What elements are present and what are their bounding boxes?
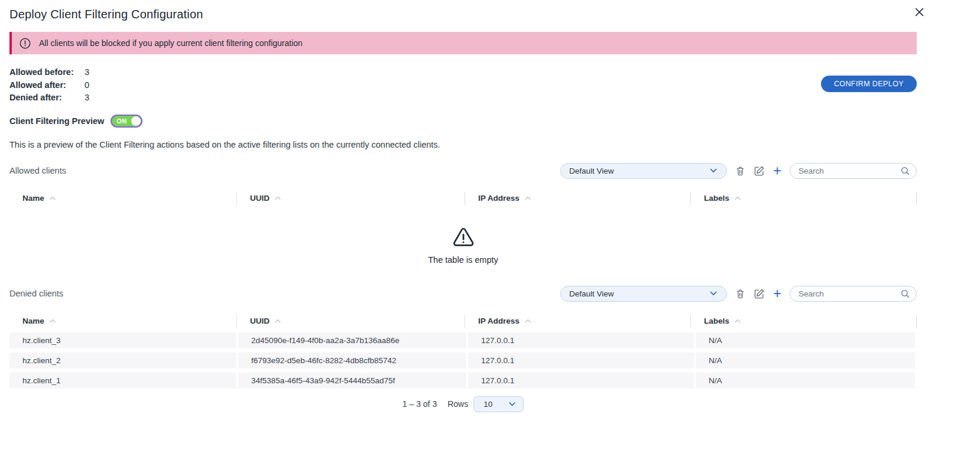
allowed-search-input[interactable] [799,167,900,175]
toggle-on-text: ON [116,118,126,125]
allowed-clients-toolbar: Default View + [560,163,917,179]
allowed-column-uuid[interactable]: UUID [236,192,465,205]
edit-icon [754,165,765,177]
warning-circle-icon [19,37,31,50]
cell-name: hz.client_1 [9,373,236,389]
cell-labels: N/A [696,373,915,389]
allowed-column-ip[interactable]: IP Address [465,192,690,205]
cell-uuid: f6793e92-d5eb-46fc-8282-4db8cfb85742 [238,353,466,369]
trash-icon [735,165,745,177]
allowed-view-select[interactable]: Default View [560,163,727,179]
cell-uuid: 2d45090e-f149-4f0b-aa2a-3a7b136aa86e [238,332,466,348]
allowed-table-header: Name UUID IP Address Labels [9,192,917,205]
plus-icon: + [773,287,781,300]
chevron-down-icon [508,400,517,409]
page-title: Deploy Client Filtering Configuration [9,8,917,21]
sort-asc-icon [734,318,741,324]
denied-clients-title: Denied clients [9,289,63,298]
cell-ip: 127.0.0.1 [468,373,694,389]
chevron-down-icon [709,166,718,175]
allowed-column-labels[interactable]: Labels [690,192,917,205]
close-icon[interactable] [913,6,926,20]
edit-icon [754,288,765,299]
add-view-button[interactable]: + [773,164,781,177]
table-row: hz.client_2 f6793e92-d5eb-46fc-8282-4db8… [9,353,917,369]
delete-view-button[interactable] [735,288,745,299]
preview-description: This is a preview of the Client Filterin… [9,140,917,149]
chevron-down-icon [709,289,718,298]
deploy-stats: Allowed before: 3 Allowed after: 0 Denie… [9,66,89,105]
allowed-empty-state: The table is empty [9,212,917,278]
rows-per-page-select[interactable]: 10 [473,396,524,412]
sort-asc-icon [274,318,281,324]
denied-table-body: hz.client_3 2d45090e-f149-4f0b-aa2a-3a7b… [9,332,917,389]
denied-column-ip[interactable]: IP Address [465,315,690,328]
cell-uuid: 34f5385a-46f5-43a9-942f-5444b55ad75f [238,373,466,389]
close-x-glyph [914,7,924,17]
warning-triangle-icon [450,226,476,249]
warning-banner: All clients will be blocked if you apply… [9,32,917,54]
stat-allowed-after: Allowed after: 0 [9,79,89,92]
delete-view-button[interactable] [735,165,745,177]
pagination-range: 1 – 3 of 3 [403,399,437,409]
allowed-column-name[interactable]: Name [9,192,236,205]
cell-ip: 127.0.0.1 [468,332,694,348]
table-row: hz.client_1 34f5385a-46f5-43a9-942f-5444… [9,373,917,389]
toggle-knob [131,116,141,126]
empty-table-text: The table is empty [428,255,498,265]
sort-asc-icon [49,195,56,201]
edit-view-button[interactable] [754,165,765,177]
rows-label: Rows [447,399,468,409]
allowed-search-box [790,163,917,179]
client-filtering-preview-toggle[interactable]: ON [111,115,142,128]
sort-asc-icon [734,195,741,201]
search-icon [900,289,910,299]
pagination: 1 – 3 of 3 Rows 10 [9,396,917,412]
table-row: hz.client_3 2d45090e-f149-4f0b-aa2a-3a7b… [9,332,917,348]
add-view-button[interactable]: + [773,287,781,300]
sort-asc-icon [49,318,56,324]
warning-banner-text: All clients will be blocked if you apply… [39,38,303,48]
sort-asc-icon [524,195,531,201]
denied-table-header: Name UUID IP Address Labels [9,315,917,328]
search-icon [900,166,910,176]
edit-view-button[interactable] [754,288,765,299]
denied-view-select[interactable]: Default View [560,286,727,302]
denied-column-name[interactable]: Name [9,315,236,328]
cell-ip: 127.0.0.1 [468,353,694,369]
stat-allowed-before: Allowed before: 3 [9,66,89,79]
trash-icon [735,288,745,299]
denied-search-input[interactable] [799,289,900,298]
cell-name: hz.client_3 [9,332,236,348]
denied-clients-toolbar: Default View + [560,286,917,302]
deploy-client-filtering-dialog: Deploy Client Filtering Configuration Al… [0,0,980,450]
denied-column-labels[interactable]: Labels [690,315,917,328]
allowed-clients-title: Allowed clients [9,166,66,175]
stat-denied-after: Denied after: 3 [9,92,89,105]
cell-labels: N/A [696,353,915,369]
sort-asc-icon [524,318,531,324]
plus-icon: + [773,164,781,177]
client-filtering-preview-label: Client Filtering Preview [9,116,104,126]
confirm-deploy-button[interactable]: CONFIRM DEPLOY [821,76,917,92]
denied-column-uuid[interactable]: UUID [236,315,465,328]
cell-name: hz.client_2 [9,353,236,369]
sort-asc-icon [274,195,281,201]
denied-search-box [790,286,917,302]
cell-labels: N/A [696,332,915,348]
